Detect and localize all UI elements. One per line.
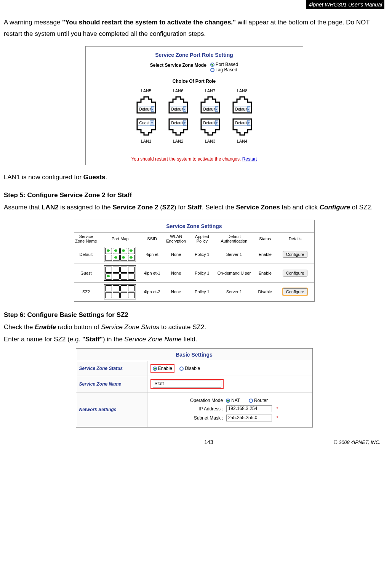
- required-star-icon: *: [277, 406, 278, 412]
- rj45-port-icon: Default▾: [200, 95, 221, 115]
- t: Service Zones: [236, 204, 280, 211]
- port-map-icon: [104, 284, 136, 299]
- chevron-down-icon: ▾: [247, 106, 250, 112]
- t: Staff: [187, 204, 202, 211]
- restart-link[interactable]: Restart: [242, 156, 257, 162]
- port-label: LAN1: [130, 137, 162, 145]
- service-zone-table: Service Zone NamePort MapSSIDWLAN Encryp…: [74, 233, 314, 301]
- fig3-title: Basic Settings: [76, 349, 312, 361]
- status-cell: Enable: [254, 264, 276, 283]
- enable-label: Enable: [158, 366, 172, 371]
- rj45-port-icon: Default▾: [168, 117, 189, 137]
- port-role-select[interactable]: Default▾: [234, 120, 251, 126]
- operation-mode-label: Operation Mode: [181, 398, 223, 403]
- t: ) in the: [103, 336, 125, 343]
- port-label: LAN7: [194, 87, 226, 95]
- page-number: 143: [84, 439, 334, 445]
- zone-name-cell: Default: [74, 245, 98, 264]
- radio-icon: [249, 399, 253, 403]
- port-select-value: Default: [235, 121, 248, 125]
- t: Service Zone 2: [112, 204, 158, 211]
- rj45-port-icon: Default▾: [232, 95, 253, 115]
- t: Enable: [35, 323, 56, 331]
- rj45-port-icon: Default▾: [232, 117, 253, 137]
- select-mode-label: Select Service Zone Mode: [150, 62, 206, 68]
- t: radio button of: [56, 323, 101, 331]
- t: . Select the: [202, 204, 236, 211]
- table-header: Default Authentication: [214, 233, 254, 245]
- port-role-select[interactable]: Default▾: [234, 106, 251, 112]
- chevron-down-icon: ▾: [150, 120, 154, 125]
- port-cell: Default▾: [226, 95, 258, 116]
- step5-paragraph: Assume that LAN2 is assigned to the Serv…: [4, 202, 384, 213]
- ssid-cell: 4ipn et: [142, 245, 162, 264]
- port-select-value: Default: [203, 107, 216, 111]
- t: LAN2: [42, 204, 58, 211]
- port-role-select[interactable]: Guest▾: [138, 120, 155, 126]
- configure-button[interactable]: Configure: [283, 288, 308, 295]
- radio-icon: [210, 63, 214, 67]
- t: ) for: [174, 204, 187, 211]
- nat-label: NAT: [231, 398, 240, 403]
- port-role-select[interactable]: Default▾: [202, 120, 219, 126]
- table-header: Applied Policy: [190, 233, 214, 245]
- configure-button[interactable]: Configure: [283, 270, 308, 277]
- table-row: SZ24ipn et-2NonePolicy 1Server 1DisableC…: [74, 283, 314, 301]
- port-role-select[interactable]: Default▾: [138, 106, 155, 112]
- step6-heading: Step 6: Configure Basic Settings for SZ2: [4, 309, 384, 321]
- radio-port-based-label: Port Based: [216, 62, 238, 67]
- port-label: LAN6: [162, 87, 194, 95]
- lan1-bold: Guests: [83, 174, 106, 181]
- encryption-cell: None: [162, 245, 190, 264]
- ip-address-label: IP Address :: [181, 406, 223, 412]
- radio-icon: [226, 399, 230, 403]
- t: tab and click: [280, 204, 320, 211]
- port-role-select[interactable]: Default▾: [170, 106, 187, 112]
- ip-address-input[interactable]: 192.168.3.254: [226, 405, 272, 412]
- zone-name-cell: SZ2: [74, 283, 98, 301]
- t: is assigned to the: [59, 204, 113, 211]
- radio-enable[interactable]: Enable: [153, 366, 172, 371]
- t: "Staff": [82, 336, 103, 343]
- restart-warning-text: You should restart the system to activat…: [131, 156, 242, 162]
- figure-service-zone-settings: Service Zone Settings Service Zone NameP…: [74, 220, 315, 302]
- t: Service Zone Status: [101, 323, 159, 331]
- port-map-icon: [104, 265, 136, 281]
- radio-disable[interactable]: Disable: [179, 366, 200, 371]
- lan1-suffix: .: [105, 174, 107, 181]
- figure-port-role-setting: Service Zone Port Role Setting Select Se…: [85, 46, 303, 165]
- ssid-cell: 4ipn et-1: [142, 264, 162, 283]
- port-role-select[interactable]: Default▾: [202, 106, 219, 112]
- table-row: Default4ipn etNonePolicy 1Server 1Enable…: [74, 245, 314, 264]
- zone-name-input[interactable]: Staff: [153, 381, 221, 387]
- port-cell: Default▾: [226, 116, 258, 137]
- rj45-port-icon: Default▾: [136, 95, 157, 115]
- subnet-mask-input[interactable]: 255.255.255.0: [226, 415, 272, 421]
- chevron-down-icon: ▾: [247, 120, 250, 125]
- t: of SZ2.: [350, 204, 373, 211]
- configure-button[interactable]: Configure: [283, 251, 308, 258]
- router-label: Router: [254, 398, 268, 403]
- radio-tag-based[interactable]: Tag Based: [210, 67, 238, 72]
- port-map-icon: [104, 247, 136, 262]
- port-cell: Default▾: [162, 116, 194, 137]
- lan1-configured-text: LAN1 is now configured for Guests.: [4, 172, 384, 183]
- radio-nat[interactable]: NAT: [226, 398, 240, 403]
- port-select-value: Guest: [139, 121, 150, 125]
- radio-port-based[interactable]: Port Based: [210, 62, 238, 67]
- t: (: [158, 204, 162, 211]
- port-role-select[interactable]: Default▾: [170, 120, 187, 126]
- rj45-port-icon: Guest▾: [136, 117, 157, 137]
- zone-name-highlight: Staff: [150, 379, 224, 389]
- port-label: LAN2: [162, 137, 194, 145]
- auth-cell: On-demand U ser: [214, 264, 254, 283]
- chevron-down-icon: ▾: [183, 120, 186, 125]
- copyright: © 2008 4IPNET, INC.: [334, 439, 381, 445]
- rj45-port-icon: Default▾: [168, 95, 189, 115]
- t: Assume that: [4, 204, 42, 211]
- radio-router[interactable]: Router: [249, 398, 268, 403]
- choice-of-port-role-label: Choice Of Port Role: [86, 76, 303, 87]
- t: Check the: [4, 323, 35, 331]
- figure-basic-settings: Basic Settings Service Zone Status Enabl…: [76, 348, 313, 428]
- zone-name-cell: Guest: [74, 264, 98, 283]
